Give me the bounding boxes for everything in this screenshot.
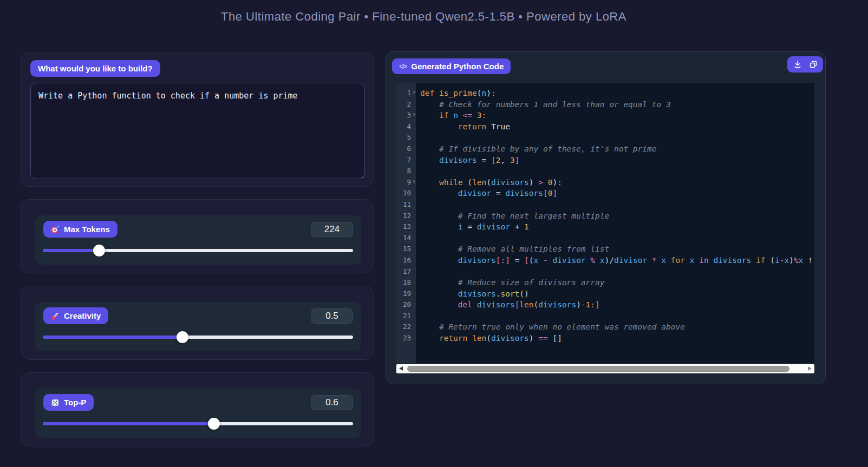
code-text: # Find the next largest multiple — [416, 211, 609, 222]
line-number: 7 — [396, 155, 416, 166]
line-number: 13 — [396, 221, 416, 233]
code-text: def is_prime(n): — [416, 88, 496, 99]
line-number: 3∨ — [396, 110, 416, 121]
copy-button[interactable] — [808, 59, 819, 70]
code-line: 4 return True — [396, 121, 814, 133]
code-line: 10 divisor = divisors[0] — [396, 188, 814, 199]
top-p-card: Top-P 0.6 — [21, 372, 374, 446]
code-panel-badge: </> Generated Python Code — [392, 58, 511, 74]
line-number: 5 — [396, 132, 416, 143]
code-text: if n <= 3: — [416, 110, 486, 121]
horizontal-scrollbar[interactable] — [396, 364, 814, 373]
fold-arrow-icon[interactable]: ∨ — [413, 109, 415, 121]
code-text: while (len(divisors) > 0): — [416, 177, 562, 188]
line-number: 6 — [396, 143, 416, 155]
code-line: 9∨ while (len(divisors) > 0): — [396, 177, 814, 188]
code-line: 2 # Check for numbers 1 and less than or… — [396, 99, 814, 110]
scrollbar-thumb[interactable] — [407, 366, 789, 372]
code-line: 15 # Remove all multiples from list — [396, 244, 814, 255]
creativity-panel: Creativity 0.5 — [35, 302, 361, 351]
code-icon: </> — [399, 63, 407, 70]
code-text — [416, 199, 420, 211]
line-number: 15 — [396, 244, 416, 255]
line-number: 17 — [396, 266, 416, 278]
scroll-right-arrow-icon[interactable] — [808, 366, 812, 371]
creativity-slider[interactable] — [43, 331, 353, 343]
code-line: 19 divisors.sort() — [396, 288, 814, 300]
download-icon — [793, 60, 802, 69]
code-line: 8 — [396, 166, 814, 177]
code-lines: 1∨def is_prime(n):2 # Check for numbers … — [396, 83, 814, 344]
line-number: 22 — [396, 321, 416, 333]
slider-thumb[interactable] — [177, 331, 188, 343]
code-line: 12 # Find the next largest multiple — [396, 211, 814, 222]
slider-thumb[interactable] — [208, 418, 220, 430]
max-tokens-badge: Max Tokens — [43, 221, 118, 238]
code-line: 11 — [396, 199, 814, 211]
code-text: # Remove all multiples from list — [416, 244, 609, 255]
line-number: 21 — [396, 311, 416, 322]
max-tokens-panel: Max Tokens 224 — [35, 215, 361, 265]
page-title: The Ultimate Coding Pair • Fine-tuned Qw… — [0, 10, 847, 24]
dice-icon — [51, 398, 60, 407]
code-text: divisors.sort() — [416, 288, 529, 300]
line-number: 16 — [396, 255, 416, 266]
code-text — [416, 266, 420, 278]
code-text: # Check for numbers 1 and less than or e… — [416, 99, 671, 110]
line-number: 2 — [396, 99, 416, 110]
line-number: 10 — [396, 188, 416, 199]
creativity-badge: Creativity — [43, 307, 108, 324]
code-text — [416, 311, 420, 322]
line-number: 11 — [396, 199, 416, 211]
line-number: 20 — [396, 299, 416, 311]
max-tokens-card: Max Tokens 224 — [21, 199, 374, 273]
code-text: del divisors[len(divisors)-1:] — [416, 299, 600, 311]
code-line: 17 — [396, 266, 814, 278]
code-line: 23 return len(divisors) == [] — [396, 333, 814, 344]
code-line: 5 — [396, 132, 814, 143]
target-icon — [51, 225, 60, 234]
code-line: 18 # Reduce size of divisors array — [396, 277, 814, 288]
fold-arrow-icon[interactable]: ∨ — [413, 87, 415, 98]
code-line: 3∨ if n <= 3: — [396, 110, 814, 121]
top-p-slider[interactable] — [43, 418, 353, 430]
line-number: 14 — [396, 233, 416, 244]
code-line: 22 # Return true only when no element wa… — [396, 321, 814, 333]
slider-fill — [43, 336, 182, 339]
download-button[interactable] — [792, 59, 803, 70]
line-number: 18 — [396, 277, 416, 288]
code-text: # If divisible by any of these, it's not… — [416, 143, 657, 155]
code-text — [416, 132, 420, 143]
prompt-card: What would you like to build? Write a Py… — [21, 52, 374, 187]
code-line: 7 divisors = [2, 3] — [396, 155, 814, 166]
code-text: divisors = [2, 3] — [416, 155, 519, 166]
line-number: 4 — [396, 121, 416, 133]
code-line: 1∨def is_prime(n): — [396, 88, 814, 99]
top-p-badge: Top-P — [43, 394, 94, 411]
code-line: 6 # If divisible by any of these, it's n… — [396, 143, 814, 155]
code-text: divisors[:] = [(x - divisor % x)/divisor… — [416, 255, 813, 266]
code-line: 21 — [396, 311, 814, 322]
prompt-badge-label: What would you like to build? — [38, 64, 153, 73]
slider-fill — [43, 249, 99, 252]
code-text — [416, 166, 420, 177]
line-number: 9∨ — [396, 177, 416, 188]
max-tokens-value: 224 — [311, 222, 353, 237]
line-number: 19 — [396, 288, 416, 300]
code-line: 14 — [396, 233, 814, 244]
code-line: 13 i = divisor + 1 — [396, 221, 814, 233]
code-line: 16 divisors[:] = [(x - divisor % x)/divi… — [396, 255, 814, 266]
slider-thumb[interactable] — [93, 245, 105, 256]
line-number: 23 — [396, 333, 416, 344]
code-text: divisor = divisors[0] — [416, 188, 557, 199]
max-tokens-slider[interactable] — [43, 245, 353, 256]
scroll-left-arrow-icon[interactable] — [399, 366, 403, 371]
code-text: return True — [416, 121, 510, 133]
prompt-input[interactable]: Write a Python function to check if a nu… — [30, 83, 365, 179]
creativity-value: 0.5 — [311, 308, 353, 324]
top-p-panel: Top-P 0.6 — [35, 389, 361, 438]
code-line: 20 del divisors[len(divisors)-1:] — [396, 299, 814, 311]
fold-arrow-icon[interactable]: ∨ — [413, 176, 415, 188]
code-text: i = divisor + 1 — [416, 221, 529, 233]
code-text — [416, 233, 420, 244]
